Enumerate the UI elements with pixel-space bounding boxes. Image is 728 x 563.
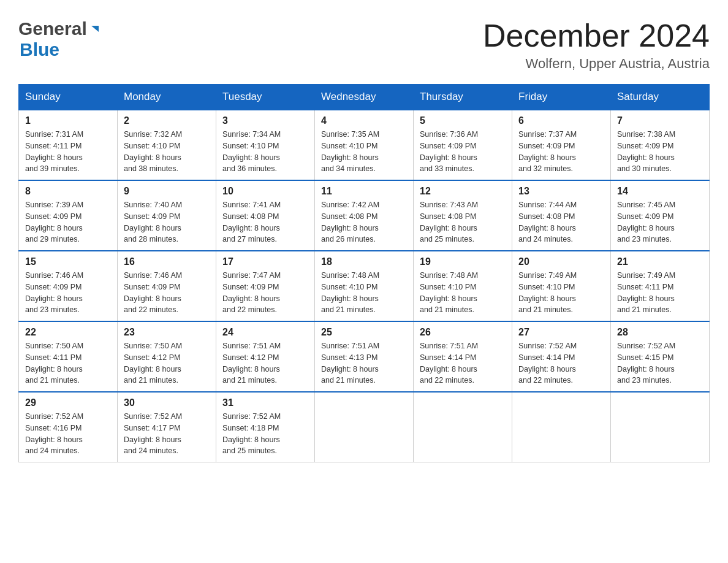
day-info: Sunrise: 7:52 AMSunset: 4:15 PMDaylight:… <box>617 342 675 385</box>
day-number: 9 <box>124 186 210 197</box>
day-number: 26 <box>420 327 506 338</box>
logo-blue-text: Blue <box>20 39 59 60</box>
day-number: 11 <box>321 186 407 197</box>
day-info: Sunrise: 7:52 AMSunset: 4:18 PMDaylight:… <box>222 412 281 455</box>
day-info: Sunrise: 7:45 AMSunset: 4:09 PMDaylight:… <box>617 201 675 243</box>
day-number: 14 <box>617 186 703 197</box>
calendar-cell-w2-d3: 10 Sunrise: 7:41 AMSunset: 4:08 PMDaylig… <box>216 180 315 251</box>
day-number: 2 <box>124 115 210 126</box>
calendar-cell-w3-d3: 17 Sunrise: 7:47 AMSunset: 4:09 PMDaylig… <box>216 251 315 321</box>
calendar-cell-w5-d6 <box>512 392 611 462</box>
calendar-cell-w1-d1: 1 Sunrise: 7:31 AMSunset: 4:11 PMDayligh… <box>19 110 118 180</box>
calendar-cell-w4-d4: 25 Sunrise: 7:51 AMSunset: 4:13 PMDaylig… <box>315 321 414 392</box>
day-number: 12 <box>420 186 506 197</box>
calendar-cell-w2-d1: 8 Sunrise: 7:39 AMSunset: 4:09 PMDayligh… <box>19 180 118 251</box>
day-info: Sunrise: 7:49 AMSunset: 4:11 PMDaylight:… <box>617 271 675 314</box>
calendar-cell-w2-d6: 13 Sunrise: 7:44 AMSunset: 4:08 PMDaylig… <box>512 180 611 251</box>
day-number: 4 <box>321 115 407 126</box>
calendar-cell-w3-d5: 19 Sunrise: 7:48 AMSunset: 4:10 PMDaylig… <box>414 251 512 321</box>
calendar-week-2: 8 Sunrise: 7:39 AMSunset: 4:09 PMDayligh… <box>19 180 710 251</box>
day-info: Sunrise: 7:42 AMSunset: 4:08 PMDaylight:… <box>321 201 379 243</box>
month-year-title: December 2024 <box>483 18 710 53</box>
calendar-week-3: 15 Sunrise: 7:46 AMSunset: 4:09 PMDaylig… <box>19 251 710 321</box>
day-number: 24 <box>222 327 308 338</box>
day-info: Sunrise: 7:35 AMSunset: 4:10 PMDaylight:… <box>321 130 379 173</box>
day-number: 22 <box>25 327 111 338</box>
day-number: 25 <box>321 327 407 338</box>
calendar-cell-w2-d7: 14 Sunrise: 7:45 AMSunset: 4:09 PMDaylig… <box>611 180 710 251</box>
header-sunday: Sunday <box>19 85 118 110</box>
day-info: Sunrise: 7:36 AMSunset: 4:09 PMDaylight:… <box>420 130 478 173</box>
calendar-cell-w2-d4: 11 Sunrise: 7:42 AMSunset: 4:08 PMDaylig… <box>315 180 414 251</box>
header-wednesday: Wednesday <box>315 85 414 110</box>
calendar-cell-w5-d7 <box>611 392 710 462</box>
page-header: General Blue December 2024 Wolfern, Uppe… <box>18 18 710 72</box>
calendar-cell-w4-d6: 27 Sunrise: 7:52 AMSunset: 4:14 PMDaylig… <box>512 321 611 392</box>
day-info: Sunrise: 7:39 AMSunset: 4:09 PMDaylight:… <box>25 201 83 243</box>
day-info: Sunrise: 7:48 AMSunset: 4:10 PMDaylight:… <box>420 271 478 314</box>
calendar-cell-w4-d7: 28 Sunrise: 7:52 AMSunset: 4:15 PMDaylig… <box>611 321 710 392</box>
day-info: Sunrise: 7:46 AMSunset: 4:09 PMDaylight:… <box>25 271 83 314</box>
day-info: Sunrise: 7:49 AMSunset: 4:10 PMDaylight:… <box>518 271 577 314</box>
calendar-title-area: December 2024 Wolfern, Upper Austria, Au… <box>483 18 710 72</box>
day-info: Sunrise: 7:41 AMSunset: 4:08 PMDaylight:… <box>222 201 281 243</box>
header-monday: Monday <box>118 85 216 110</box>
calendar-cell-w5-d4 <box>315 392 414 462</box>
calendar-week-5: 29 Sunrise: 7:52 AMSunset: 4:16 PMDaylig… <box>19 392 710 462</box>
calendar-cell-w4-d2: 23 Sunrise: 7:50 AMSunset: 4:12 PMDaylig… <box>118 321 216 392</box>
day-number: 19 <box>420 256 506 267</box>
day-info: Sunrise: 7:48 AMSunset: 4:10 PMDaylight:… <box>321 271 379 314</box>
day-number: 13 <box>518 186 604 197</box>
logo-general-text: General <box>18 18 87 39</box>
calendar-cell-w4-d5: 26 Sunrise: 7:51 AMSunset: 4:14 PMDaylig… <box>414 321 512 392</box>
calendar-cell-w3-d2: 16 Sunrise: 7:46 AMSunset: 4:09 PMDaylig… <box>118 251 216 321</box>
calendar-cell-w5-d5 <box>414 392 512 462</box>
day-number: 17 <box>222 256 308 267</box>
day-info: Sunrise: 7:50 AMSunset: 4:12 PMDaylight:… <box>124 342 182 385</box>
day-number: 8 <box>25 186 111 197</box>
header-thursday: Thursday <box>414 85 512 110</box>
logo-arrow-icon <box>89 23 101 36</box>
calendar-cell-w4-d1: 22 Sunrise: 7:50 AMSunset: 4:11 PMDaylig… <box>19 321 118 392</box>
day-number: 3 <box>222 115 308 126</box>
day-number: 23 <box>124 327 210 338</box>
day-info: Sunrise: 7:51 AMSunset: 4:13 PMDaylight:… <box>321 342 379 385</box>
day-number: 21 <box>617 256 703 267</box>
day-number: 10 <box>222 186 308 197</box>
day-number: 16 <box>124 256 210 267</box>
day-number: 28 <box>617 327 703 338</box>
day-number: 1 <box>25 115 111 126</box>
logo: General Blue <box>18 18 101 60</box>
day-info: Sunrise: 7:52 AMSunset: 4:17 PMDaylight:… <box>124 412 182 455</box>
day-info: Sunrise: 7:52 AMSunset: 4:14 PMDaylight:… <box>518 342 577 385</box>
calendar-cell-w3-d6: 20 Sunrise: 7:49 AMSunset: 4:10 PMDaylig… <box>512 251 611 321</box>
calendar-table: SundayMondayTuesdayWednesdayThursdayFrid… <box>18 84 710 462</box>
calendar-cell-w3-d4: 18 Sunrise: 7:48 AMSunset: 4:10 PMDaylig… <box>315 251 414 321</box>
calendar-header-row: SundayMondayTuesdayWednesdayThursdayFrid… <box>19 85 710 110</box>
day-info: Sunrise: 7:51 AMSunset: 4:12 PMDaylight:… <box>222 342 281 385</box>
day-number: 20 <box>518 256 604 267</box>
day-info: Sunrise: 7:31 AMSunset: 4:11 PMDaylight:… <box>25 130 83 173</box>
day-info: Sunrise: 7:51 AMSunset: 4:14 PMDaylight:… <box>420 342 478 385</box>
header-tuesday: Tuesday <box>216 85 315 110</box>
day-info: Sunrise: 7:50 AMSunset: 4:11 PMDaylight:… <box>25 342 83 385</box>
calendar-cell-w4-d3: 24 Sunrise: 7:51 AMSunset: 4:12 PMDaylig… <box>216 321 315 392</box>
calendar-cell-w5-d2: 30 Sunrise: 7:52 AMSunset: 4:17 PMDaylig… <box>118 392 216 462</box>
day-number: 5 <box>420 115 506 126</box>
calendar-week-1: 1 Sunrise: 7:31 AMSunset: 4:11 PMDayligh… <box>19 110 710 180</box>
day-number: 30 <box>124 397 210 408</box>
location-subtitle: Wolfern, Upper Austria, Austria <box>483 56 710 72</box>
day-info: Sunrise: 7:44 AMSunset: 4:08 PMDaylight:… <box>518 201 577 243</box>
svg-marker-0 <box>91 26 99 32</box>
day-info: Sunrise: 7:34 AMSunset: 4:10 PMDaylight:… <box>222 130 281 173</box>
calendar-cell-w3-d7: 21 Sunrise: 7:49 AMSunset: 4:11 PMDaylig… <box>611 251 710 321</box>
day-info: Sunrise: 7:40 AMSunset: 4:09 PMDaylight:… <box>124 201 182 243</box>
calendar-cell-w1-d5: 5 Sunrise: 7:36 AMSunset: 4:09 PMDayligh… <box>414 110 512 180</box>
day-info: Sunrise: 7:37 AMSunset: 4:09 PMDaylight:… <box>518 130 577 173</box>
day-number: 29 <box>25 397 111 408</box>
day-info: Sunrise: 7:46 AMSunset: 4:09 PMDaylight:… <box>124 271 182 314</box>
day-number: 7 <box>617 115 703 126</box>
calendar-cell-w2-d5: 12 Sunrise: 7:43 AMSunset: 4:08 PMDaylig… <box>414 180 512 251</box>
day-info: Sunrise: 7:32 AMSunset: 4:10 PMDaylight:… <box>124 130 182 173</box>
day-info: Sunrise: 7:43 AMSunset: 4:08 PMDaylight:… <box>420 201 478 243</box>
